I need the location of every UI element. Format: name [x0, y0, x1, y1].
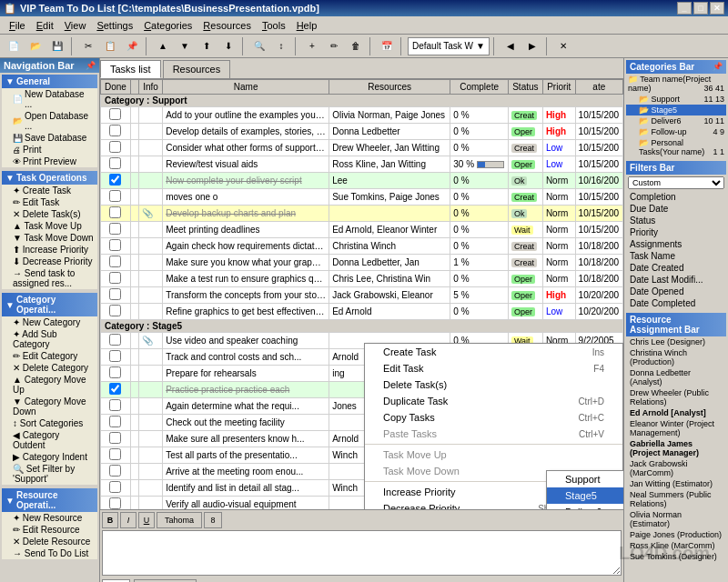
res-ops-header[interactable]: ▼ Resource Operati... [2, 488, 97, 512]
close-button[interactable]: ✕ [710, 2, 724, 15]
note-size-btn[interactable]: 8 [204, 512, 222, 528]
menu-edit[interactable]: Edit [31, 18, 59, 33]
col-complete[interactable]: Complete [450, 80, 509, 95]
filter-status[interactable]: Status [626, 215, 726, 226]
task-done-checkbox[interactable] [109, 448, 121, 460]
print-preview-item[interactable]: 👁 Print Preview [2, 156, 97, 167]
new-database-item[interactable]: 📄 New Database ... [2, 88, 97, 110]
task-done-checkbox[interactable] [109, 125, 121, 136]
menu-settings[interactable]: Settings [91, 18, 138, 33]
table-row[interactable]: moves one o Sue Tomkins, Paige Jones 0 %… [101, 189, 623, 206]
priority-up-btn[interactable]: ⬆ [197, 36, 217, 56]
minimize-button[interactable]: _ [677, 2, 692, 15]
menu-resources[interactable]: Resources [197, 18, 257, 33]
save-btn[interactable]: 💾 [47, 36, 67, 56]
paste-btn[interactable]: 📌 [122, 36, 142, 56]
close-db-btn[interactable]: ✕ [553, 36, 573, 56]
submenu-deliver6[interactable]: Deliver6 [547, 504, 623, 509]
table-row[interactable]: Make sure you know what your graphics pr… [101, 255, 623, 271]
new-category-item[interactable]: ✦ New Category [2, 316, 97, 328]
table-row[interactable]: Transform the concepts from your story b… [101, 287, 623, 304]
move-down-item[interactable]: ▼ Task Move Down [2, 232, 97, 244]
tree-team-root[interactable]: 📁 Team name(Project name) 36 41 [626, 74, 726, 94]
filter-priority[interactable]: Priority [626, 226, 726, 238]
ctx-delete-tasks[interactable]: Delete Task(s) [365, 376, 622, 393]
next-btn[interactable]: ▶ [522, 36, 542, 56]
table-row[interactable]: Develop details of examples, stories, st… [101, 124, 623, 140]
resource-jack[interactable]: Jack Grabowski (MarComm) [626, 458, 726, 478]
task-done-checkbox[interactable] [109, 272, 121, 284]
submenu-stage5[interactable]: Stage5 [547, 487, 623, 504]
add-sub-category-item[interactable]: ✦ Add Sub Category [2, 328, 97, 350]
cat-outdent-item[interactable]: ◀ Category Outdent [2, 429, 97, 451]
filter-btn[interactable]: 🔍 [249, 36, 269, 56]
filter-due-date[interactable]: Due Date [626, 203, 726, 215]
task-done-checkbox[interactable] [109, 416, 121, 427]
ctx-task-move-up[interactable]: Task Move Up [365, 447, 622, 463]
table-row[interactable]: 📎 Develop backup charts and plan 0 % Ok … [101, 206, 623, 222]
filter-date-modified[interactable]: Date Last Modifi... [626, 274, 726, 286]
tree-followup[interactable]: 📂 Follow-up 4 9 [626, 126, 726, 137]
task-done-checkbox[interactable] [109, 497, 121, 509]
note-underline-btn[interactable]: U [138, 512, 155, 528]
resource-chris-lee[interactable]: Chris Lee (Designer) [626, 336, 726, 347]
cut-btn[interactable]: ✂ [78, 36, 98, 56]
tab-tasks-list[interactable]: Tasks list [100, 60, 161, 78]
task-done-checkbox[interactable] [109, 383, 121, 395]
resource-drew[interactable]: Drew Wheeler (Public Relations) [626, 387, 726, 407]
edit-task-btn[interactable]: ✏ [324, 36, 344, 56]
task-done-checkbox[interactable] [109, 157, 121, 169]
print-item[interactable]: 🖨 Print [2, 144, 97, 156]
copy-btn[interactable]: 📋 [100, 36, 120, 56]
note-font-btn[interactable]: Tahoma [157, 512, 202, 528]
task-done-checkbox[interactable] [109, 465, 121, 477]
send-todo-item[interactable]: → Send To Do List [2, 547, 97, 559]
filter-task-name[interactable]: Task Name [626, 250, 726, 262]
save-database-item[interactable]: 💾 Save Database [2, 132, 97, 144]
edit-resource-item[interactable]: ✏ Edit Resource [2, 524, 97, 536]
delete-category-item[interactable]: ✕ Delete Category [2, 362, 97, 374]
cat-indent-item[interactable]: ▶ Category Indent [2, 451, 97, 463]
col-resources[interactable]: Resources [329, 80, 450, 95]
task-ops-header[interactable]: ▼ Task Operations [2, 171, 97, 185]
task-table-container[interactable]: Done Info Name Resources Complete Status… [100, 79, 623, 509]
table-row[interactable]: Add to your outline the examples you wil… [101, 107, 623, 124]
maximize-button[interactable]: □ [693, 2, 708, 15]
resource-neal[interactable]: Neal Summers (Public Relations) [626, 489, 726, 509]
window-controls[interactable]: _ □ ✕ [677, 2, 724, 15]
default-task-dropdown[interactable]: Default Task W ▼ [408, 37, 490, 55]
table-row[interactable]: Again check how requirements dictate sup… [101, 238, 623, 255]
increase-priority-item[interactable]: ⬆ Increase Priority [2, 244, 97, 256]
col-done[interactable]: Done [101, 80, 131, 95]
filter-assignments[interactable]: Assignments [626, 238, 726, 250]
move-up-item[interactable]: ▲ Task Move Up [2, 220, 97, 232]
menu-help[interactable]: Help [291, 18, 323, 33]
task-done-checkbox[interactable] [109, 206, 121, 218]
col-status[interactable]: Status [508, 80, 542, 95]
open-database-item[interactable]: 📂 Open Database ... [2, 110, 97, 132]
task-done-checkbox[interactable] [109, 174, 121, 186]
up-btn[interactable]: ▲ [153, 36, 173, 56]
table-row[interactable]: Refine graphics to get best effectivenes… [101, 304, 623, 320]
submenu-support[interactable]: Support [547, 471, 623, 487]
tree-support[interactable]: 📂 Support 11 13 [626, 94, 726, 105]
menu-tools[interactable]: Tools [257, 18, 291, 33]
task-done-checkbox[interactable] [109, 239, 121, 251]
priority-down-btn[interactable]: ⬇ [218, 36, 238, 56]
edit-category-item[interactable]: ✏ Edit Category [2, 350, 97, 362]
new-resource-item[interactable]: ✦ New Resource [2, 512, 97, 524]
edit-task-item[interactable]: ✏ Edit Task [2, 196, 97, 208]
task-done-checkbox[interactable] [109, 366, 121, 378]
ctx-duplicate-task[interactable]: Duplicate Task Ctrl+D [365, 393, 622, 409]
tree-personal[interactable]: 📂 Personal Tasks(Your name) 1 1 [626, 137, 726, 157]
resource-olivia[interactable]: Olivia Norman (Estimator) [626, 509, 726, 529]
task-done-checkbox[interactable] [109, 432, 121, 444]
table-row[interactable]: Review/test visual aids Ross Kline, Jan … [101, 156, 623, 173]
task-done-checkbox[interactable] [109, 399, 121, 411]
filter-date-opened[interactable]: Date Opened [626, 286, 726, 297]
down-btn[interactable]: ▼ [175, 36, 195, 56]
menu-view[interactable]: View [59, 18, 92, 33]
cat-move-down-item[interactable]: ▼ Category Move Down [2, 396, 97, 417]
cat-move-up-item[interactable]: ▲ Category Move Up [2, 374, 97, 396]
tree-deliver6[interactable]: 📂 Deliver6 10 11 [626, 115, 726, 126]
